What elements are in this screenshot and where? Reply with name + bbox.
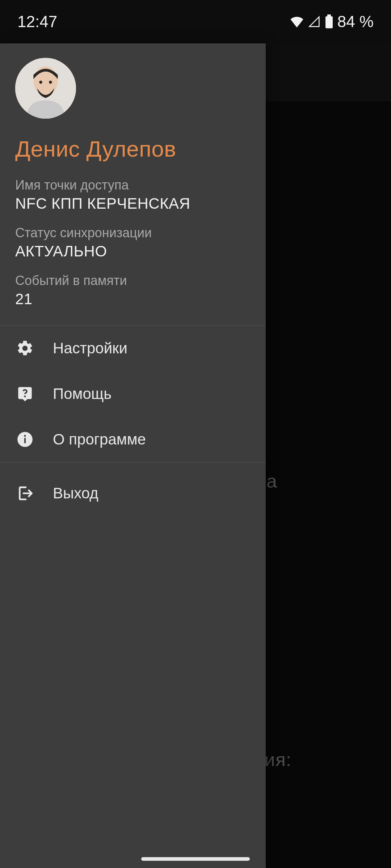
info-value: 21 [15,290,251,308]
help-icon [15,384,35,404]
svg-rect-0 [327,14,331,16]
info-events-count: Событий в памяти 21 [15,273,251,308]
menu-item-settings[interactable]: Настройки [0,326,266,371]
wifi-icon [290,16,304,27]
menu-secondary: Выход [0,463,266,524]
menu-item-help[interactable]: Помощь [0,371,266,417]
info-label: Имя точки доступа [15,178,251,193]
status-time: 12:47 [17,13,57,31]
menu-item-about[interactable]: О программе [0,417,266,462]
svg-rect-7 [24,438,26,443]
navigation-drawer: Денис Дулепов Имя точки доступа NFC КПП … [0,43,266,868]
logout-icon [15,484,35,503]
svg-rect-8 [24,435,26,437]
info-label: Событий в памяти [15,273,251,288]
status-right: 84 % [290,13,374,31]
avatar-image [15,58,76,119]
menu-label: Настройки [53,340,127,357]
info-value: NFC КПП КЕРЧЕНСКАЯ [15,195,251,212]
status-bar: 12:47 84 % [0,0,391,43]
menu-label: Выход [53,485,98,502]
info-value: АКТУАЛЬНО [15,243,251,260]
menu-label: О программе [53,431,146,448]
menu-item-logout[interactable]: Выход [0,463,266,524]
drawer-header: Денис Дулепов Имя точки доступа NFC КПП … [0,43,266,326]
signal-icon [308,16,321,27]
battery-percent: 84 % [337,13,374,31]
info-access-point: Имя точки доступа NFC КПП КЕРЧЕНСКАЯ [15,178,251,212]
svg-point-4 [39,81,42,84]
home-indicator[interactable] [141,857,250,861]
menu-primary: Настройки Помощь О программе [0,326,266,463]
svg-point-5 [49,81,52,84]
info-icon [15,430,35,449]
info-label: Статус синхронизации [15,225,251,241]
menu-label: Помощь [53,385,112,403]
info-sync-status: Статус синхронизации АКТУАЛЬНО [15,225,251,260]
user-name: Денис Дулепов [15,136,251,162]
svg-rect-1 [325,16,333,28]
battery-icon [324,14,334,29]
avatar[interactable] [15,58,76,119]
gear-icon [15,339,35,358]
